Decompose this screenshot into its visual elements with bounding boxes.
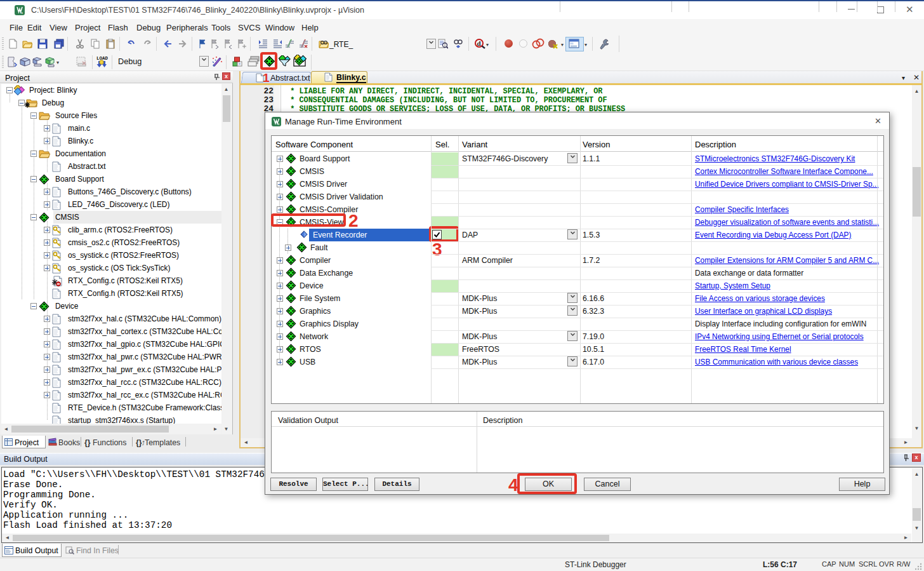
svg-text:d: d: [477, 39, 481, 47]
svg-text:s: s: [21, 11, 23, 15]
svg-text:s: s: [278, 122, 280, 126]
